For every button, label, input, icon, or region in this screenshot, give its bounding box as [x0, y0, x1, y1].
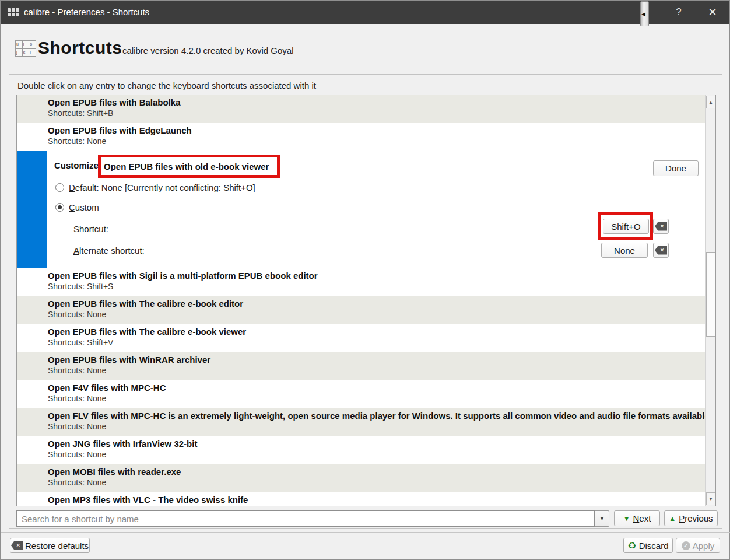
apply-label: Apply — [693, 541, 715, 551]
row-title: Open EPUB files with Sigil is a multi-pl… — [48, 271, 703, 281]
version-subtitle: calibre version 4.2.0 created by Kovid G… — [122, 46, 294, 55]
up-triangle-icon: ▲ — [669, 515, 676, 522]
row-title: Open EPUB files with Balabolka — [48, 97, 703, 107]
search-input[interactable] — [16, 510, 595, 527]
scroll-up-icon[interactable]: ▲ — [706, 96, 715, 108]
list-item[interactable]: Open EPUB files with The calibre e-book … — [17, 324, 706, 352]
row-shortcut: Shortcuts: None — [48, 366, 703, 375]
scroll-down-icon[interactable]: ▼ — [706, 492, 715, 505]
default-option-label: Default: None [Currently not conflicting… — [69, 183, 255, 192]
row-shortcut: Shortcuts: None — [48, 394, 703, 403]
row-shortcut: Shortcuts: None — [48, 136, 703, 146]
done-button[interactable]: Done — [653, 160, 699, 176]
radio-unchecked-icon[interactable] — [55, 183, 64, 192]
cursor-icon: ◄ — [640, 10, 647, 18]
row-title: Open EPUB files with The calibre e-book … — [48, 299, 703, 309]
alternate-value-button[interactable]: None — [601, 243, 648, 258]
list-item[interactable]: Open EPUB files with The calibre e-book … — [17, 296, 706, 324]
list-item[interactable]: Open EPUB files with EdgeLaunch Shortcut… — [17, 123, 706, 151]
row-title: Open EPUB files with EdgeLaunch — [48, 125, 703, 135]
shortcut-field-label: Shortcut: — [73, 224, 108, 234]
help-button[interactable]: ? — [665, 1, 692, 24]
list-item[interactable]: Open EPUB files with Balabolka Shortcuts… — [17, 95, 706, 123]
list-item[interactable]: Open FLV files with MPC-HC is an extreme… — [17, 408, 706, 436]
row-shortcut: Shortcuts: Shift+B — [48, 108, 703, 118]
alternate-field-label: Alternate shortcut: — [73, 246, 145, 256]
customize-label: Customize: — [54, 160, 101, 170]
radio-checked-icon[interactable] — [55, 203, 64, 212]
shortcut-rows: Open EPUB files with Balabolka Shortcuts… — [17, 95, 706, 506]
shortcut-list[interactable]: Open EPUB files with Balabolka Shortcuts… — [16, 94, 716, 506]
custom-option-label: Custom — [69, 202, 99, 212]
list-item[interactable]: Open EPUB files with Sigil is a multi-pl… — [17, 268, 706, 296]
custom-radio-option[interactable]: Custom — [55, 202, 99, 212]
checkmark-icon: ✓ — [682, 541, 690, 550]
discard-button[interactable]: ♻ Discard — [623, 538, 673, 553]
backspace-icon: ✕ — [11, 541, 23, 550]
list-item[interactable]: Open F4V files with MPC-HC Shortcuts: No… — [17, 380, 706, 408]
recycle-icon: ♻ — [627, 541, 636, 551]
shortcuts-panel: Double click on any entry to change the … — [9, 74, 722, 528]
search-dropdown-button[interactable]: ▼ — [595, 510, 609, 527]
preferences-window: calibre - Preferences - Shortcuts ◄ ? ✕ … — [0, 0, 730, 560]
titlebar: calibre - Preferences - Shortcuts ◄ ? ✕ — [1, 1, 729, 24]
scrollbar-thumb[interactable] — [706, 252, 715, 337]
shortcuts-keyboard-icon: uio jkl — [15, 40, 36, 57]
next-label: Next — [633, 513, 651, 523]
clear-shortcut-button[interactable]: ✕ — [653, 219, 669, 234]
instruction-text: Double click on any entry to change the … — [17, 80, 316, 90]
close-button[interactable]: ✕ — [699, 1, 726, 24]
next-button[interactable]: ▼ Next — [614, 510, 660, 526]
shortcut-value-button[interactable]: Shift+O — [603, 219, 649, 234]
mouse-cursor-artifact: ◄ — [640, 1, 649, 26]
backspace-icon: ✕ — [655, 246, 667, 255]
row-shortcut: Shortcuts: None — [48, 450, 703, 459]
apply-button[interactable]: ✓ Apply — [676, 538, 720, 553]
shortcut-editor: Customize: Open EPUB files with old e-bo… — [17, 151, 706, 268]
row-title: Open FLV files with MPC-HC is an extreme… — [48, 411, 703, 421]
default-radio-option[interactable]: Default: None [Currently not conflicting… — [55, 183, 255, 192]
row-title: Open EPUB files with WinRAR archiver — [48, 355, 703, 365]
row-shortcut: Shortcuts: None — [48, 310, 703, 319]
row-title: Open MOBI files with reader.exe — [48, 467, 703, 477]
row-shortcut: Shortcuts: Shift+V — [48, 338, 703, 347]
shortcut-name: Open EPUB files with old e-book viewer — [104, 162, 269, 172]
list-item[interactable]: Open JNG files with IrfanView 32-bit Sho… — [17, 436, 706, 464]
row-title: Open JNG files with IrfanView 32-bit — [48, 439, 703, 449]
calibre-keyboard-icon — [8, 8, 19, 16]
list-scrollbar[interactable]: ▲ ▼ — [705, 95, 715, 506]
row-shortcut: Shortcuts: None — [48, 422, 703, 431]
restore-defaults-button[interactable]: ✕ Restore defaults — [10, 538, 90, 553]
discard-label: Discard — [639, 541, 669, 551]
down-triangle-icon: ▼ — [623, 515, 630, 522]
list-item[interactable]: Open MP3 files with VLC - The video swis… — [17, 492, 706, 506]
previous-label: Previous — [679, 513, 713, 523]
selection-bar — [17, 151, 47, 268]
row-shortcut: Shortcuts: Shift+S — [48, 282, 703, 291]
previous-button[interactable]: ▲ Previous — [664, 510, 718, 526]
row-title: Open MP3 files with VLC - The video swis… — [48, 495, 703, 505]
list-item[interactable]: Open MOBI files with reader.exe Shortcut… — [17, 464, 706, 492]
row-title: Open EPUB files with The calibre e-book … — [48, 327, 703, 337]
list-item[interactable]: Open EPUB files with WinRAR archiver Sho… — [17, 352, 706, 380]
row-shortcut: Shortcuts: None — [48, 478, 703, 487]
chevron-down-icon: ▼ — [599, 516, 605, 522]
window-title: calibre - Preferences - Shortcuts — [24, 7, 149, 17]
backspace-icon: ✕ — [655, 222, 667, 231]
footer-separator — [1, 532, 730, 533]
row-title: Open F4V files with MPC-HC — [48, 383, 703, 393]
page-title: Shortcuts — [38, 38, 122, 58]
clear-alternate-button[interactable]: ✕ — [653, 243, 669, 258]
restore-defaults-label: Restore defaults — [25, 541, 89, 551]
highlighted-shortcut-name: Open EPUB files with old e-book viewer — [98, 155, 280, 178]
